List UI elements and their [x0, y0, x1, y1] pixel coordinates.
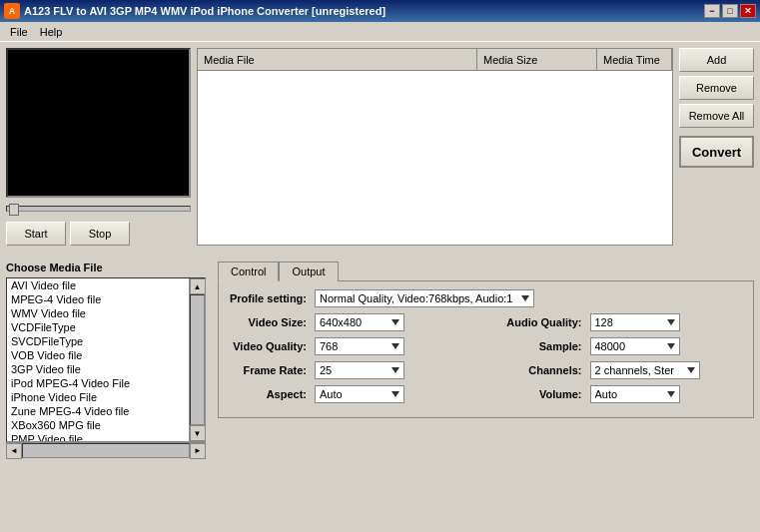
- h-scroll-track[interactable]: [22, 443, 190, 458]
- video-size-dropdown[interactable]: 640x480 320x240 1280x720: [315, 313, 404, 331]
- app-title: A123 FLV to AVI 3GP MP4 WMV iPod iPhone …: [24, 5, 385, 17]
- list-item[interactable]: PMP Video file: [7, 432, 189, 441]
- video-quality-dropdown[interactable]: 768 512 1024: [315, 337, 404, 355]
- volume-row: Volume: Auto 100% 150%: [492, 385, 746, 403]
- frame-rate-dropdown[interactable]: 25 24 30: [315, 361, 404, 379]
- list-item[interactable]: MPEG-4 Video file: [7, 292, 189, 306]
- col-media-time: Media Time: [597, 49, 672, 70]
- profile-dropdown[interactable]: Normal Quality, Video:768kbps, Audio:128…: [315, 289, 534, 307]
- sample-row: Sample: 48000 44100 22050: [492, 337, 746, 355]
- h-scroll-left-button[interactable]: ◄: [6, 443, 22, 459]
- media-type-listbox[interactable]: AVI Video file MPEG-4 Video file WMV Vid…: [6, 277, 206, 442]
- list-scrollbar: ▲ ▼: [189, 278, 205, 441]
- scroll-track[interactable]: [190, 294, 205, 425]
- app-icon: A: [4, 3, 20, 19]
- list-item[interactable]: SVCDFileType: [7, 334, 189, 348]
- video-quality-row: Video Quality: 768 512 1024: [227, 337, 480, 355]
- settings-left: Video Size: 640x480 320x240 1280x720 Vid…: [227, 313, 480, 409]
- volume-dropdown[interactable]: Auto 100% 150%: [590, 385, 680, 403]
- h-scroll-right-button[interactable]: ►: [190, 443, 206, 459]
- video-quality-label: Video Quality:: [227, 340, 307, 352]
- sample-dropdown[interactable]: 48000 44100 22050: [590, 337, 680, 355]
- remove-button[interactable]: Remove: [679, 76, 754, 100]
- playback-controls: Start Stop: [6, 222, 191, 246]
- aspect-label: Aspect:: [227, 388, 307, 400]
- scroll-up-button[interactable]: ▲: [190, 278, 206, 294]
- frame-rate-label: Frame Rate:: [227, 364, 307, 376]
- tabs: Control Output: [218, 262, 754, 281]
- menu-bar: File Help: [0, 22, 760, 42]
- profile-row: Profile setting: Normal Quality, Video:7…: [227, 289, 745, 307]
- h-scrollbar: ◄ ►: [6, 442, 206, 458]
- list-item[interactable]: 3GP Video file: [7, 362, 189, 376]
- file-list-panel: Media File Media Size Media Time: [197, 48, 673, 246]
- volume-label: Volume:: [492, 388, 582, 400]
- tab-content: Profile setting: Normal Quality, Video:7…: [218, 280, 754, 418]
- convert-button[interactable]: Convert: [679, 136, 754, 168]
- minimize-button[interactable]: −: [704, 4, 720, 18]
- aspect-dropdown[interactable]: Auto 4:3 16:9: [315, 385, 404, 403]
- profile-label: Profile setting:: [227, 292, 307, 304]
- channels-label: Channels:: [492, 364, 582, 376]
- file-list-header: Media File Media Size Media Time: [198, 49, 672, 71]
- tab-control[interactable]: Control: [218, 262, 279, 281]
- channels-row: Channels: 2 channels, Ster 1 channel, Mo…: [492, 361, 746, 379]
- scroll-down-button[interactable]: ▼: [190, 425, 206, 441]
- title-bar: A A123 FLV to AVI 3GP MP4 WMV iPod iPhon…: [0, 0, 760, 22]
- progress-bar-container: [6, 202, 191, 216]
- add-button[interactable]: Add: [679, 48, 754, 72]
- bottom-section: Choose Media File AVI Video file MPEG-4 …: [0, 256, 760, 464]
- menu-file[interactable]: File: [4, 24, 34, 40]
- frame-rate-row: Frame Rate: 25 24 30: [227, 361, 480, 379]
- remove-all-button[interactable]: Remove All: [679, 104, 754, 128]
- main-content: Start Stop Media File Media Size Media T…: [0, 42, 760, 252]
- video-size-row: Video Size: 640x480 320x240 1280x720: [227, 313, 480, 331]
- settings-right: Audio Quality: 128 192 256 64 Sample: 48…: [492, 313, 746, 409]
- video-size-label: Video Size:: [227, 316, 307, 328]
- audio-quality-row: Audio Quality: 128 192 256 64: [492, 313, 746, 331]
- audio-quality-label: Audio Quality:: [492, 316, 582, 328]
- list-item[interactable]: AVI Video file: [7, 278, 189, 292]
- video-panel: Start Stop: [6, 48, 191, 246]
- col-media-size: Media Size: [477, 49, 597, 70]
- action-buttons: Add Remove Remove All Convert: [679, 48, 754, 246]
- aspect-row: Aspect: Auto 4:3 16:9: [227, 385, 480, 403]
- list-item[interactable]: Zune MPEG-4 Video file: [7, 404, 189, 418]
- start-button[interactable]: Start: [6, 222, 66, 246]
- video-preview: [6, 48, 191, 198]
- menu-help[interactable]: Help: [34, 24, 69, 40]
- progress-thumb[interactable]: [9, 204, 19, 216]
- list-item[interactable]: iPod MPEG-4 Video File: [7, 376, 189, 390]
- list-item[interactable]: iPhone Video File: [7, 390, 189, 404]
- channels-dropdown[interactable]: 2 channels, Ster 1 channel, Mono: [590, 361, 700, 379]
- media-type-list-inner: AVI Video file MPEG-4 Video file WMV Vid…: [7, 278, 189, 441]
- stop-button[interactable]: Stop: [70, 222, 130, 246]
- settings-panel: Control Output Profile setting: Normal Q…: [218, 262, 754, 458]
- close-button[interactable]: ✕: [740, 4, 756, 18]
- media-chooser: Choose Media File AVI Video file MPEG-4 …: [6, 262, 206, 458]
- media-chooser-title: Choose Media File: [6, 262, 206, 273]
- tab-output[interactable]: Output: [279, 262, 338, 281]
- list-item[interactable]: WMV Video file: [7, 306, 189, 320]
- list-item[interactable]: XBox360 MPG file: [7, 418, 189, 432]
- col-media-file: Media File: [198, 49, 477, 70]
- list-item[interactable]: VCDFileType: [7, 320, 189, 334]
- two-col-settings: Video Size: 640x480 320x240 1280x720 Vid…: [227, 313, 745, 409]
- maximize-button[interactable]: □: [722, 4, 738, 18]
- progress-track[interactable]: [6, 206, 191, 212]
- sample-label: Sample:: [492, 340, 582, 352]
- list-item[interactable]: VOB Video file: [7, 348, 189, 362]
- file-list-body: [198, 71, 672, 245]
- audio-quality-dropdown[interactable]: 128 192 256 64: [590, 313, 680, 331]
